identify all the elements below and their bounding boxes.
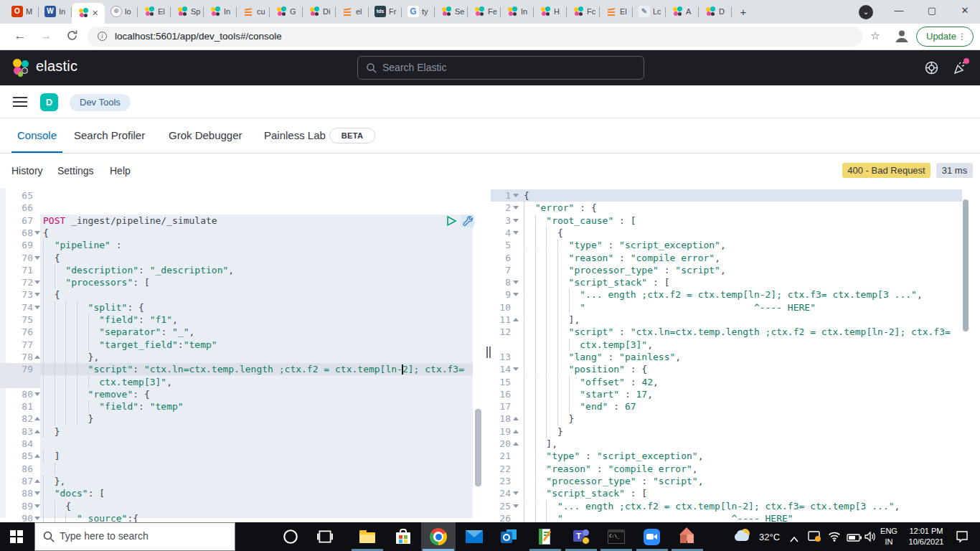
brand-name: elastic [36, 58, 77, 75]
stackoverflow-favicon [242, 6, 254, 17]
response-scrollbar[interactable] [963, 199, 969, 331]
tray-wifi-icon[interactable] [828, 531, 841, 545]
global-search-input[interactable]: Search Elastic [357, 56, 644, 80]
start-button[interactable] [10, 530, 23, 543]
tab-console[interactable]: Console [11, 118, 62, 153]
browser-tab[interactable]: ⊕lo [105, 0, 138, 24]
elastic-favicon [705, 6, 716, 17]
cube-app-icon [679, 528, 696, 545]
browser-tab[interactable]: ✎Lc [633, 0, 666, 24]
weather-temp[interactable]: 32°C [759, 532, 780, 542]
breadcrumb[interactable]: Dev Tools [70, 94, 131, 111]
help-icon[interactable] [924, 60, 940, 76]
chrome-update-button[interactable]: Update ⋮ [916, 27, 974, 47]
file-explorer-icon [359, 528, 376, 545]
help-link[interactable]: Help [110, 154, 131, 188]
taskbar-search-placeholder: Type here to search [60, 530, 149, 542]
tab-painless-lab[interactable]: Painless Lab [258, 118, 331, 153]
devtools-tabs: Console Search Profiler Grok Debugger Pa… [0, 118, 980, 154]
taskbar-app-cube[interactable] [670, 522, 705, 551]
browser-tab[interactable]: El [600, 0, 633, 24]
cortana-button[interactable] [273, 522, 307, 551]
taskbar-app-mail[interactable] [457, 522, 491, 551]
tds-favicon: tds [374, 6, 386, 17]
browser-tab[interactable]: cu [237, 0, 270, 24]
settings-link[interactable]: Settings [57, 154, 94, 188]
browser-tab[interactable]: El [138, 0, 171, 24]
panel-splitter[interactable] [486, 347, 488, 358]
back-button[interactable]: ← [10, 26, 30, 46]
tab-grok-debugger[interactable]: Grok Debugger [163, 118, 248, 153]
site-info-icon[interactable]: i [98, 32, 107, 41]
maximize-button[interactable]: ▢ [915, 0, 948, 24]
minimize-button[interactable]: — [882, 0, 915, 24]
taskbar-app-cmd[interactable]: C:\_ [599, 522, 633, 551]
browser-tab[interactable]: OM [6, 0, 39, 24]
request-scrollbar[interactable] [475, 409, 481, 486]
browser-tab[interactable]: G [270, 0, 303, 24]
elastic-favicon [209, 6, 221, 17]
taskbar-app-folder[interactable] [350, 522, 385, 551]
address-bar[interactable]: i localhost:5601/app/dev_tools#/console [88, 27, 862, 47]
chrome-menu-icon[interactable]: ⋮ [958, 27, 966, 46]
browser-tab[interactable]: Gty [402, 0, 435, 24]
taskbar-app-outlook[interactable] [492, 522, 527, 551]
action-center-icon[interactable] [956, 530, 970, 546]
browser-tab[interactable]: In [204, 0, 237, 24]
outlook-icon [501, 528, 518, 545]
close-tab-icon[interactable]: ✕ [92, 9, 98, 18]
browser-tab[interactable]: tdsFr [369, 0, 402, 24]
elastic-favicon [573, 6, 584, 17]
browser-tab[interactable]: Sp [171, 0, 204, 24]
clock[interactable]: 12:01 PM10/6/2021 [903, 526, 950, 547]
elastic-favicon [176, 6, 188, 17]
tray-battery-icon[interactable] [847, 532, 862, 545]
menu-icon[interactable] [13, 97, 27, 107]
profile-avatar[interactable] [892, 26, 912, 46]
browser-tab[interactable]: el [336, 0, 369, 24]
request-options-wrench-icon[interactable] [461, 215, 474, 227]
browser-tab[interactable]: In [501, 0, 534, 24]
space-badge[interactable]: D [40, 93, 58, 111]
tray-volume-icon[interactable] [864, 531, 877, 545]
new-tab-button[interactable]: + [736, 5, 750, 19]
taskbar-app-teams[interactable]: T [564, 522, 598, 551]
reload-button[interactable] [62, 26, 82, 46]
globe-favicon: ⊕ [110, 6, 122, 17]
stackoverflow-favicon [606, 6, 617, 17]
browser-tab[interactable]: Se [435, 0, 468, 24]
taskbar-app-chrome[interactable] [421, 522, 456, 551]
tab-search-profiler[interactable]: Search Profiler [68, 118, 151, 153]
generic-favicon: ✎ [639, 6, 650, 17]
browser-tab[interactable]: WIn [39, 0, 72, 24]
taskbar-search-input[interactable]: Type here to search [34, 522, 235, 551]
zoom-icon [644, 528, 661, 545]
browser-tab[interactable]: ✕ [72, 3, 105, 24]
newsfeed-icon[interactable] [953, 60, 969, 76]
console-editors: 656667POST _ingest/pipeline/_simulate68{… [0, 188, 980, 518]
close-button[interactable]: ✕ [948, 0, 980, 24]
tray-chevron-icon[interactable] [789, 533, 799, 546]
taskbar-app-store[interactable] [386, 522, 420, 551]
language-indicator[interactable]: ENGIN [877, 526, 901, 547]
elastic-logo-icon[interactable] [11, 58, 31, 77]
forward-button[interactable]: → [36, 26, 56, 46]
tab-search-button[interactable]: ⌄ [859, 5, 873, 19]
taskbar-app-zoom[interactable] [635, 522, 669, 551]
url-text[interactable]: localhost:5601/app/dev_tools#/console [115, 31, 282, 42]
search-icon [42, 530, 55, 543]
browser-tab[interactable]: A [666, 0, 699, 24]
outlook-favicon: O [11, 6, 23, 17]
history-link[interactable]: History [11, 154, 43, 188]
browser-tab[interactable]: Fc [567, 0, 600, 24]
browser-tab[interactable]: H [534, 0, 567, 24]
browser-tab[interactable]: D [699, 0, 732, 24]
browser-tab[interactable]: Fe [468, 0, 501, 24]
search-placeholder: Search Elastic [382, 62, 446, 73]
send-request-icon[interactable] [446, 215, 457, 229]
browser-tab[interactable]: Di [303, 0, 336, 24]
taskbar-app-notes[interactable] [528, 522, 562, 551]
tray-display-icon[interactable] [808, 531, 821, 545]
bookmark-star-icon[interactable]: ☆ [865, 26, 885, 46]
task-view-button[interactable] [307, 522, 341, 551]
